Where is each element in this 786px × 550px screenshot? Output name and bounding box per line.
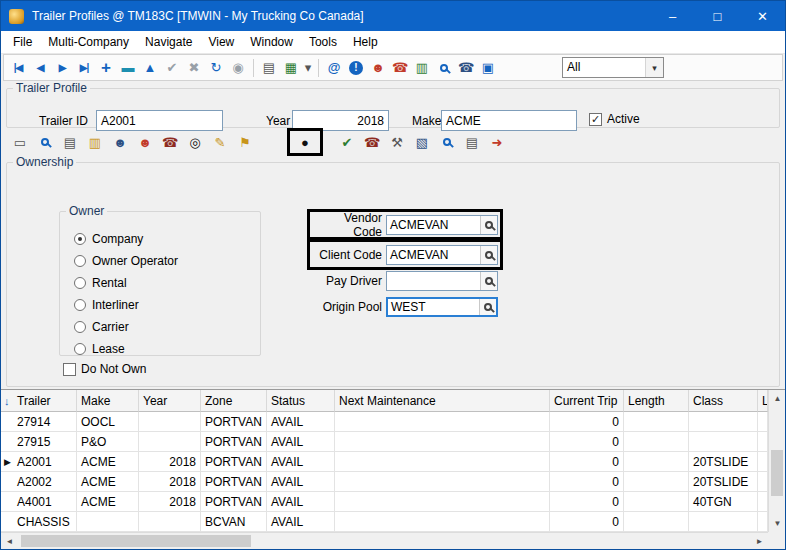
menu-navigate[interactable]: Navigate xyxy=(137,32,200,52)
table-row[interactable]: A4001 ACME 2018 PORTVAN AVAIL 0 40TGN xyxy=(1,492,768,512)
menu-file[interactable]: File xyxy=(5,32,40,52)
horizontal-scroll-thumb[interactable] xyxy=(21,535,251,547)
column-header-next-maintenance[interactable]: Next Maintenance xyxy=(335,390,550,412)
search-icon[interactable] xyxy=(34,132,56,152)
scroll-up-button[interactable]: ▲ xyxy=(769,390,786,407)
rates-icon[interactable]: ▦ xyxy=(280,58,302,78)
drivers-icon[interactable]: ☻ xyxy=(134,132,156,152)
radio-lease[interactable]: Lease xyxy=(74,342,125,356)
radio-owner-operator[interactable]: Owner Operator xyxy=(74,254,178,268)
calls-icon[interactable]: ☎ xyxy=(455,58,477,78)
filter-select[interactable]: All ▾ xyxy=(562,57,664,78)
info-icon[interactable]: ! xyxy=(345,58,367,78)
sort-descending-icon: ↓ xyxy=(4,395,10,407)
search-icon[interactable] xyxy=(433,58,455,78)
scroll-left-button[interactable]: ◄ xyxy=(1,533,18,550)
edit-icon[interactable]: ✎ xyxy=(209,132,231,152)
do-not-own-checkbox[interactable] xyxy=(63,363,76,376)
origin-pool-field[interactable]: WEST xyxy=(386,297,498,317)
phone-icon[interactable]: ☎ xyxy=(389,58,411,78)
save-icon[interactable]: ▣ xyxy=(477,58,499,78)
radio-interliner[interactable]: Interliner xyxy=(74,298,139,312)
cancel-icon[interactable]: ✖ xyxy=(183,58,205,78)
column-header-class[interactable]: Class xyxy=(689,390,758,412)
scroll-right-button[interactable]: ► xyxy=(751,533,768,550)
accept-icon[interactable]: ✔ xyxy=(161,58,183,78)
view-icon[interactable]: ◉ xyxy=(227,58,249,78)
calls-icon[interactable]: ☎ xyxy=(361,132,383,152)
last-record-icon[interactable]: ▶| xyxy=(73,58,95,78)
client-code-lookup-button[interactable] xyxy=(480,246,497,264)
computer-icon[interactable]: ▭ xyxy=(9,132,31,152)
horizontal-scrollbar[interactable]: ◄ ► xyxy=(1,532,768,549)
permit-icon[interactable]: ⚑ xyxy=(234,132,256,152)
column-header-trailer[interactable]: ↓ Trailer xyxy=(1,390,77,412)
menu-help[interactable]: Help xyxy=(345,32,386,52)
radio-button[interactable] xyxy=(74,233,86,245)
radio-button[interactable] xyxy=(74,321,86,333)
column-header-l[interactable]: L xyxy=(758,390,768,412)
modify-record-icon[interactable]: ▬ xyxy=(117,58,139,78)
column-header-current-trip[interactable]: Current Trip xyxy=(550,390,624,412)
vertical-scrollbar[interactable]: ▲ ▼ xyxy=(768,390,785,532)
power-unit-icon[interactable]: ◎ xyxy=(184,132,206,152)
radio-rental[interactable]: Rental xyxy=(74,276,127,290)
safety-icon[interactable]: ✔ xyxy=(336,132,358,152)
phone-icon[interactable]: ☎ xyxy=(159,132,181,152)
column-header-year[interactable]: Year xyxy=(139,390,201,412)
mouse-icon[interactable]: ● xyxy=(294,132,316,152)
table-row[interactable]: CHASSIS BCVAN AVAIL 0 xyxy=(1,512,768,532)
radio-button[interactable] xyxy=(74,343,86,355)
up-record-icon[interactable]: ▲ xyxy=(139,58,161,78)
table-row-current[interactable]: ▶ A2001 ACME 2018 PORTVAN AVAIL 0 20TSLI… xyxy=(1,452,768,472)
menu-tools[interactable]: Tools xyxy=(301,32,345,52)
origin-pool-lookup-button[interactable] xyxy=(479,299,496,315)
find-icon[interactable] xyxy=(436,132,458,152)
column-header-status[interactable]: Status xyxy=(267,390,335,412)
pay-driver-field[interactable] xyxy=(386,271,498,291)
origin-pool-row: Origin Pool WEST xyxy=(312,296,502,317)
column-header-length[interactable]: Length xyxy=(624,390,689,412)
vendor-code-field[interactable]: ACMEVAN xyxy=(386,215,498,235)
close-button[interactable]: ✕ xyxy=(740,1,785,31)
web-icon[interactable]: @ xyxy=(323,58,345,78)
contacts-icon[interactable]: ☻ xyxy=(109,132,131,152)
vendor-code-lookup-button[interactable] xyxy=(480,216,497,234)
exit-icon[interactable]: ➜ xyxy=(486,132,508,152)
card-icon[interactable]: ▥ xyxy=(411,58,433,78)
active-checkbox[interactable]: ✓ xyxy=(589,113,602,126)
column-header-make[interactable]: Make xyxy=(77,390,139,412)
add-record-icon[interactable]: + xyxy=(95,58,117,78)
radio-button[interactable] xyxy=(74,255,86,267)
maximize-button[interactable]: □ xyxy=(695,1,740,31)
license-icon[interactable]: ▥ xyxy=(84,132,106,152)
column-header-zone[interactable]: Zone xyxy=(201,390,267,412)
pay-driver-lookup-button[interactable] xyxy=(480,272,497,290)
table-row[interactable]: 27914 OOCL PORTVAN AVAIL 0 xyxy=(1,412,768,432)
minimize-button[interactable]: – xyxy=(650,1,695,31)
previous-record-icon[interactable]: ◀ xyxy=(29,58,51,78)
print-icon[interactable]: ▤ xyxy=(258,58,280,78)
first-record-icon[interactable]: |◀ xyxy=(7,58,29,78)
menu-multi-company[interactable]: Multi-Company xyxy=(40,32,137,52)
report-icon[interactable]: ▤ xyxy=(461,132,483,152)
table-row[interactable]: A2002 ACME 2018 PORTVAN AVAIL 0 20TSLIDE xyxy=(1,472,768,492)
radio-carrier[interactable]: Carrier xyxy=(74,320,129,334)
scroll-down-button[interactable]: ▼ xyxy=(769,515,786,532)
cargo-icon[interactable]: ▧ xyxy=(411,132,433,152)
radio-company[interactable]: Company xyxy=(74,232,143,246)
client-code-field[interactable]: ACMEVAN xyxy=(386,245,498,265)
next-record-icon[interactable]: ▶ xyxy=(51,58,73,78)
search-icon xyxy=(485,277,493,285)
service-icon[interactable]: ⚒ xyxy=(386,132,408,152)
radio-button[interactable] xyxy=(74,277,86,289)
worksheet-icon[interactable]: ▤ xyxy=(59,132,81,152)
table-row[interactable]: 27915 P&O PORTVAN AVAIL 0 xyxy=(1,432,768,452)
rates-dropdown-icon[interactable]: ▾ xyxy=(302,58,314,78)
menu-view[interactable]: View xyxy=(200,32,242,52)
vertical-scroll-thumb[interactable] xyxy=(771,450,783,496)
menu-window[interactable]: Window xyxy=(242,32,301,52)
driver-icon[interactable]: ☻ xyxy=(367,58,389,78)
radio-button[interactable] xyxy=(74,299,86,311)
refresh-icon[interactable]: ↻ xyxy=(205,58,227,78)
